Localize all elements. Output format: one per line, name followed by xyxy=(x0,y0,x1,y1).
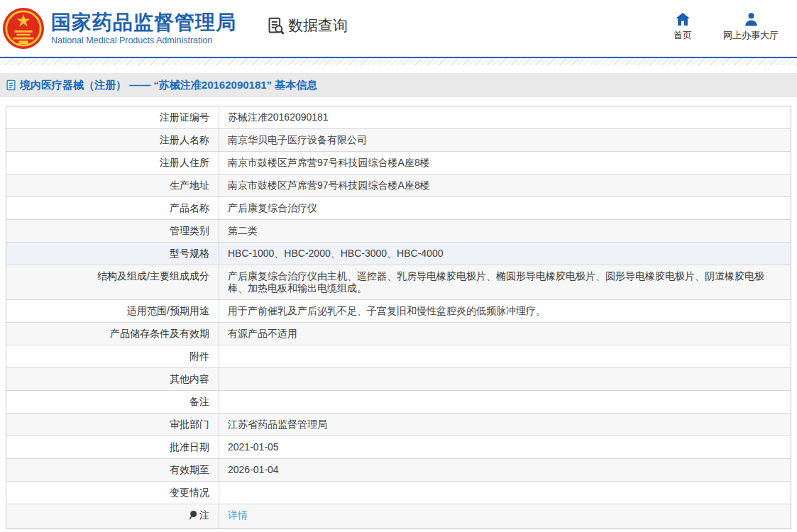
row-value: 南京华贝电子医疗设备有限公司 xyxy=(219,129,791,151)
note-pin-icon xyxy=(189,510,197,521)
table-row: 审批部门 江苏省药品监督管理局 xyxy=(6,414,791,436)
table-row-note: 注 详情 xyxy=(6,504,791,528)
row-value xyxy=(219,391,791,413)
row-value: 详情 xyxy=(219,504,791,528)
row-label: 变更情况 xyxy=(6,482,219,504)
row-label: 适用范围/预期用途 xyxy=(6,300,219,322)
row-value: 2026-01-04 xyxy=(219,459,791,481)
table-row: 注册证编号 苏械注准20162090181 xyxy=(6,106,791,129)
brand-title: 国家药品监督管理局 xyxy=(51,12,236,33)
row-value xyxy=(219,482,791,504)
breadcrumb-bar: 境内医疗器械（注册） —— “苏械注准20162090181” 基本信息 xyxy=(0,73,797,97)
row-value: 第二类 xyxy=(219,220,791,242)
row-value: HBC-1000、HBC-2000、HBC-3000、HBC-4000 xyxy=(219,243,791,265)
row-value: 南京市鼓楼区芦席营97号科技园综合楼A座8楼 xyxy=(219,152,791,174)
row-label: 备注 xyxy=(6,391,219,413)
hatched-divider xyxy=(0,58,797,65)
row-label: 注册证编号 xyxy=(6,106,219,128)
document-search-icon xyxy=(266,16,285,35)
brand-text: 国家药品监督管理局 National Medical Products Admi… xyxy=(51,12,236,45)
row-label: 管理类别 xyxy=(6,220,219,242)
row-label: 结构及组成/主要组成成分 xyxy=(6,265,219,299)
table-row: 管理类别 第二类 xyxy=(6,220,791,243)
table-row: 产品名称 产后康复综合治疗仪 xyxy=(6,197,791,220)
user-icon xyxy=(744,12,759,26)
row-value xyxy=(219,345,791,367)
row-label: 产品储存条件及有效期 xyxy=(6,323,219,345)
row-label: 注册人住所 xyxy=(6,152,219,174)
table-row: 产品储存条件及有效期 有源产品不适用 xyxy=(6,323,791,345)
table-row: 注册人名称 南京华贝电子医疗设备有限公司 xyxy=(6,129,791,152)
row-label: 附件 xyxy=(6,345,219,367)
table-row: 适用范围/预期用途 用于产前催乳及产后泌乳不足、子宫复旧和慢性盆腔炎的低频脉冲理… xyxy=(6,300,791,323)
brand-subtitle: National Medical Products Administration xyxy=(51,35,236,45)
table-row: 其他内容 xyxy=(6,368,791,391)
row-value: 用于产前催乳及产后泌乳不足、子宫复旧和慢性盆腔炎的低频脉冲理疗。 xyxy=(219,300,791,322)
row-label: 批准日期 xyxy=(6,436,219,458)
national-emblem-icon xyxy=(3,8,44,49)
row-label: 生产地址 xyxy=(6,174,219,196)
detail-link[interactable]: 详情 xyxy=(228,509,248,521)
page-header: 国家药品监督管理局 National Medical Products Admi… xyxy=(0,0,797,58)
table-row: 有效期至 2026-01-04 xyxy=(6,459,791,482)
row-value: 产后康复综合治疗仪 xyxy=(219,197,791,219)
row-label: 审批部门 xyxy=(6,414,219,436)
data-query-label: 数据查询 xyxy=(288,16,348,35)
table-row: 变更情况 xyxy=(6,482,791,504)
nav-home-label: 首页 xyxy=(674,29,692,42)
nav-home[interactable]: 首页 xyxy=(674,12,692,42)
header-nav: 首页 网上办事大厅 xyxy=(674,12,779,42)
document-icon xyxy=(6,79,16,91)
row-value: 2021-01-05 xyxy=(219,436,791,458)
note-label: 注 xyxy=(199,509,209,521)
row-value: 苏械注准20162090181 xyxy=(219,106,791,128)
table-row: 批准日期 2021-01-05 xyxy=(6,436,791,459)
table-row: 结构及组成/主要组成成分 产后康复综合治疗仪由主机、遥控器、乳房导电橡胶电极片、… xyxy=(6,265,791,300)
table-row: 附件 xyxy=(6,345,791,368)
registration-info-table: 注册证编号 苏械注准20162090181 注册人名称 南京华贝电子医疗设备有限… xyxy=(6,106,791,529)
row-value: 南京市鼓楼区芦席营97号科技园综合楼A座8楼 xyxy=(219,174,791,196)
data-query-section[interactable]: 数据查询 xyxy=(266,16,348,35)
row-value: 有源产品不适用 xyxy=(219,323,791,345)
row-label: 其他内容 xyxy=(6,368,219,390)
table-row-hovered: 型号规格 HBC-1000、HBC-2000、HBC-3000、HBC-4000 xyxy=(6,243,791,265)
table-row: 备注 xyxy=(6,391,791,414)
nmpa-logo[interactable]: 国家药品监督管理局 National Medical Products Admi… xyxy=(3,8,236,49)
row-value: 产后康复综合治疗仪由主机、遥控器、乳房导电橡胶电极片、椭圆形导电橡胶电极片、圆形… xyxy=(219,265,791,299)
home-icon xyxy=(675,12,691,26)
row-label: 注 xyxy=(6,504,219,528)
row-label: 型号规格 xyxy=(6,243,219,265)
row-label: 产品名称 xyxy=(6,197,219,219)
table-row: 生产地址 南京市鼓楼区芦席营97号科技园综合楼A座8楼 xyxy=(6,174,791,197)
row-value: 江苏省药品监督管理局 xyxy=(219,414,791,436)
row-value xyxy=(219,368,791,390)
nav-online-hall[interactable]: 网上办事大厅 xyxy=(723,12,779,42)
row-label: 注册人名称 xyxy=(6,129,219,151)
table-row: 注册人住所 南京市鼓楼区芦席营97号科技园综合楼A座8楼 xyxy=(6,152,791,174)
page-title: 境内医疗器械（注册） —— “苏械注准20162090181” 基本信息 xyxy=(20,79,317,92)
nav-online-hall-label: 网上办事大厅 xyxy=(723,29,779,42)
row-label: 有效期至 xyxy=(6,459,219,481)
